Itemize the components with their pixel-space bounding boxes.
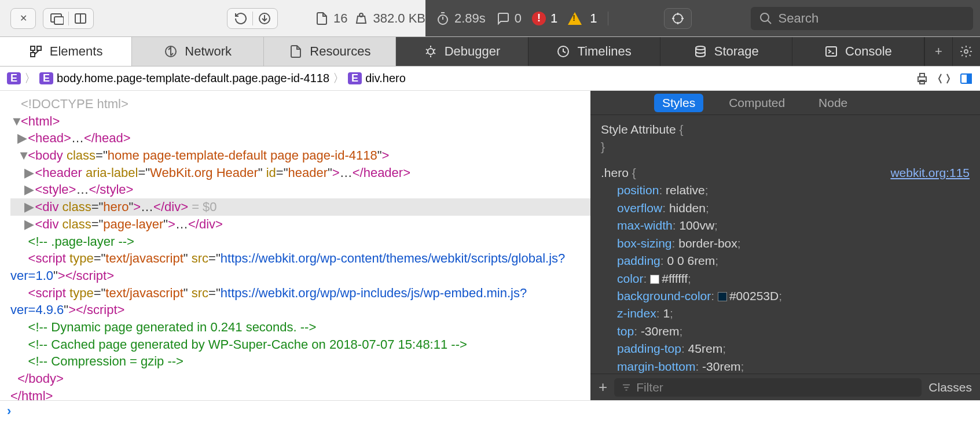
- panel-toggle-icon[interactable]: [959, 72, 973, 86]
- toolbar-left: ✕ 16 382.0 KB: [0, 0, 425, 36]
- add-tab-button[interactable]: +: [924, 37, 952, 66]
- reload-icon: [234, 12, 248, 25]
- search-icon: [759, 12, 773, 25]
- file-icon: [315, 12, 329, 25]
- toolbar-right: 2.89s 0 ! 1 ! 1 Search: [425, 0, 980, 36]
- tab-bar: Elements Network Resources Debugger Time…: [0, 36, 980, 67]
- breadcrumb-body[interactable]: body.home.page-template-default.page.pag…: [57, 72, 329, 85]
- inspect-button[interactable]: [664, 8, 692, 29]
- stopwatch-icon: [436, 12, 450, 25]
- svg-line-27: [434, 49, 435, 50]
- svg-line-16: [768, 20, 771, 24]
- svg-rect-39: [967, 74, 971, 83]
- breadcrumb: E 〉 E body.home.page-template-default.pa…: [0, 67, 980, 91]
- svg-point-6: [359, 13, 363, 17]
- svg-rect-17: [31, 46, 35, 50]
- file-count-value: 16: [333, 11, 347, 26]
- svg-point-10: [673, 14, 682, 23]
- styles-tab-node[interactable]: Node: [810, 94, 856, 112]
- message-icon: [496, 12, 510, 25]
- svg-line-26: [426, 49, 428, 50]
- svg-line-21: [35, 50, 39, 54]
- body-element-badge[interactable]: E: [39, 72, 53, 84]
- breadcrumb-selected[interactable]: div.hero: [365, 72, 406, 85]
- styles-tab-styles[interactable]: Styles: [654, 94, 703, 112]
- styles-panel: Styles Computed Node Style Attribute { }…: [590, 91, 980, 400]
- css-declaration[interactable]: padding-top: 45rem;: [601, 340, 970, 357]
- dom-tree[interactable]: <!DOCTYPE html> ▼<html> ▶<head>…</head> …: [0, 91, 590, 400]
- classes-button[interactable]: Classes: [928, 381, 972, 394]
- errors-value: 1: [550, 11, 557, 26]
- timelines-icon: [556, 45, 570, 58]
- search-placeholder: Search: [779, 11, 819, 26]
- messages-value: 0: [515, 11, 522, 26]
- warning-icon: !: [568, 12, 582, 25]
- compositing-icon[interactable]: [937, 72, 951, 86]
- svg-line-28: [426, 53, 428, 54]
- tab-timelines[interactable]: Timelines: [528, 37, 660, 66]
- network-icon: [164, 45, 178, 58]
- selected-dom-node[interactable]: ▶<div class="hero">…</div> = $0: [10, 198, 590, 216]
- svg-line-29: [434, 53, 435, 54]
- css-declaration[interactable]: max-width: 100vw;: [601, 217, 970, 234]
- styles-footer: + Filter Classes: [590, 374, 980, 400]
- error-icon: !: [532, 12, 546, 25]
- gear-icon: [959, 45, 973, 58]
- css-declaration[interactable]: margin-bottom: -30rem;: [601, 358, 970, 374]
- settings-button[interactable]: [952, 37, 980, 66]
- download-icon: [258, 12, 271, 25]
- print-icon[interactable]: [915, 72, 929, 86]
- filter-icon: [621, 382, 632, 393]
- weight-icon: [354, 12, 368, 25]
- css-declaration[interactable]: top: -30rem;: [601, 323, 970, 340]
- tab-debugger[interactable]: Debugger: [396, 37, 528, 66]
- tab-resources[interactable]: Resources: [264, 37, 396, 66]
- svg-point-15: [761, 13, 769, 21]
- styles-tab-computed[interactable]: Computed: [721, 94, 793, 112]
- rule-source-link[interactable]: webkit.org:115: [890, 164, 970, 182]
- storage-icon: [693, 45, 707, 58]
- reload-download[interactable]: [227, 8, 278, 29]
- debugger-icon: [424, 45, 438, 58]
- css-declaration[interactable]: padding: 0 0 6rem;: [601, 252, 970, 269]
- styles-tab-bar: Styles Computed Node: [590, 91, 980, 115]
- filter-input[interactable]: Filter: [614, 378, 922, 397]
- crosshair-icon: [671, 12, 685, 25]
- toolbar: ✕ 16 382.0 KB 2.89s 0: [0, 0, 980, 36]
- svg-rect-36: [920, 73, 924, 77]
- messages-count: 0: [496, 11, 522, 26]
- elements-icon: [29, 45, 43, 58]
- svg-rect-1: [54, 17, 64, 24]
- tab-network[interactable]: Network: [132, 37, 264, 66]
- dock-toggle[interactable]: [43, 8, 94, 29]
- tab-console[interactable]: Console: [792, 37, 924, 66]
- css-declaration[interactable]: color: #ffffff;: [601, 270, 970, 287]
- root-element-badge[interactable]: E: [7, 72, 21, 84]
- console-icon: [824, 45, 838, 58]
- search-input[interactable]: Search: [751, 7, 973, 30]
- css-declaration[interactable]: background-color: #00253D;: [601, 287, 970, 305]
- load-time-value: 2.89s: [454, 11, 486, 26]
- selected-element-badge[interactable]: E: [348, 72, 362, 84]
- svg-rect-18: [37, 46, 41, 50]
- add-rule-button[interactable]: +: [599, 378, 607, 396]
- svg-point-31: [696, 46, 705, 50]
- svg-rect-19: [31, 53, 35, 57]
- errors-count: ! 1: [532, 11, 557, 26]
- css-declaration[interactable]: z-index: 1;: [601, 305, 970, 322]
- main-area: <!DOCTYPE html> ▼<html> ▶<head>…</head> …: [0, 91, 980, 400]
- prompt-chevron-icon: ›: [7, 404, 11, 419]
- warnings-value: 1: [590, 11, 597, 26]
- style-rules[interactable]: Style Attribute { } .hero {webkit.org:11…: [590, 115, 980, 374]
- css-declaration[interactable]: box-sizing: border-box;: [601, 235, 970, 252]
- warnings-count: ! 1: [568, 11, 597, 26]
- console-prompt[interactable]: ›: [0, 400, 980, 421]
- css-declaration[interactable]: overflow: hidden;: [601, 200, 970, 217]
- close-button[interactable]: ✕: [10, 8, 36, 29]
- tab-elements[interactable]: Elements: [0, 37, 132, 66]
- load-time: 2.89s: [436, 11, 486, 26]
- tab-storage[interactable]: Storage: [660, 37, 792, 66]
- resource-size-value: 382.0 KB: [373, 11, 425, 26]
- css-declaration[interactable]: position: relative;: [601, 182, 970, 199]
- resource-size: 382.0 KB: [354, 11, 425, 26]
